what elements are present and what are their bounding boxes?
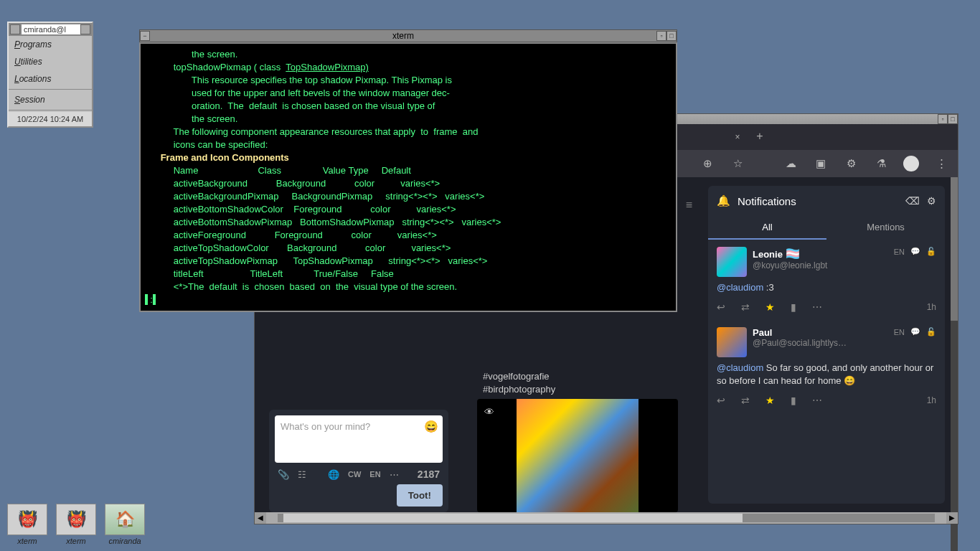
scroll-left-arrow[interactable]: ◀: [255, 512, 266, 524]
feed-post: #vogelfotografie #birdphotography 👁: [477, 367, 678, 512]
daemon-icon: 👹: [56, 504, 96, 535]
xterm-title: xterm: [150, 30, 656, 42]
tab-close-button[interactable]: ×: [732, 132, 743, 142]
notif-display-name: Leonie: [753, 249, 783, 260]
bookmark-button[interactable]: ▮: [791, 301, 796, 313]
menu-item-utilities[interactable]: Utilities: [9, 53, 92, 70]
char-count: 2187: [418, 468, 440, 480]
xterm-menu-button[interactable]: −: [140, 31, 150, 41]
post-hashtags: #vogelfotografie #birdphotography: [477, 367, 678, 399]
tab-all[interactable]: All: [708, 216, 826, 240]
xterm-min-button[interactable]: ▫: [656, 31, 666, 41]
notif-time: 1h: [927, 302, 936, 312]
menu-clock: 10/22/24 10:24 AM: [9, 112, 92, 126]
tab-mentions[interactable]: Mentions: [826, 216, 945, 240]
reply-button[interactable]: ↩: [717, 395, 725, 406]
notification-item[interactable]: Leonie 🏳️‍⚧️ @koyu@leonie.lgbt EN 💬 🔓 @c…: [708, 240, 945, 320]
notif-handle: @Paul@social.lightlys…: [753, 338, 888, 348]
bird-image: [517, 399, 639, 512]
unlock-icon: 🔓: [926, 327, 936, 336]
desktop-icon-xterm[interactable]: 👹 xterm: [53, 504, 99, 545]
notifications-title: Notifications: [738, 195, 898, 207]
home-folder-icon: 🏠: [105, 504, 145, 535]
notif-time: 1h: [927, 395, 936, 405]
new-tab-button[interactable]: +: [753, 130, 767, 144]
compose-box: What's on your mind? 😄 📎 ☷ 🌐 CW EN ⋯ 218…: [269, 410, 448, 512]
compose-textarea[interactable]: What's on your mind? 😄: [275, 415, 443, 463]
bell-icon: 🔔: [717, 194, 730, 207]
daemon-icon: 👹: [7, 504, 47, 535]
boost-button[interactable]: ⇄: [741, 395, 750, 406]
xterm-titlebar[interactable]: − xterm ▫ □: [139, 29, 677, 42]
bookmark-button[interactable]: ▮: [791, 395, 796, 406]
menu-title: cmiranda@l: [22, 24, 80, 34]
desktop-icon-label: cmiranda: [102, 537, 148, 545]
xterm-max-button[interactable]: □: [666, 31, 677, 41]
menu-close-button[interactable]: [10, 24, 20, 34]
desktop-icon-xterm[interactable]: 👹 xterm: [4, 504, 50, 545]
menu-item-session[interactable]: Session: [9, 91, 92, 108]
browser-max-button[interactable]: □: [948, 114, 958, 124]
toot-button[interactable]: Toot!: [397, 484, 443, 507]
mention[interactable]: @claudiom: [717, 362, 763, 373]
vertical-scrollbar[interactable]: [951, 177, 958, 551]
notif-body: @claudiom :3: [717, 281, 936, 294]
lang-badge: EN: [894, 328, 905, 336]
boost-button[interactable]: ⇄: [741, 301, 750, 313]
avatar[interactable]: [717, 327, 747, 357]
clear-icon[interactable]: ⌫: [905, 195, 920, 207]
notifications-panel: 🔔 Notifications ⌫ ⚙ All Mentions Leonie …: [708, 186, 945, 504]
profile-avatar-icon[interactable]: [903, 156, 919, 171]
reply-icon: 💬: [910, 247, 920, 256]
settings-icon[interactable]: ⚙: [927, 195, 936, 207]
menu-item-locations[interactable]: Locations: [9, 70, 92, 88]
visibility-icon[interactable]: 🌐: [328, 469, 339, 480]
desktop-icon-home[interactable]: 🏠 cmiranda: [102, 504, 148, 545]
poll-icon[interactable]: ☷: [298, 469, 306, 480]
notif-handle: @koyu@leonie.lgbt: [753, 260, 888, 270]
reply-button[interactable]: ↩: [717, 301, 725, 313]
menu-item-programs[interactable]: Programs: [9, 36, 92, 53]
lang-badge: EN: [894, 248, 905, 256]
favorite-button[interactable]: ★: [765, 395, 775, 406]
attach-icon[interactable]: 📎: [278, 469, 289, 480]
hashtag[interactable]: #birdphotography: [483, 384, 555, 395]
menu-dots-icon[interactable]: ⋮: [933, 156, 949, 171]
avatar[interactable]: [717, 247, 747, 277]
post-media[interactable]: 👁: [477, 399, 678, 512]
desktop-icon-label: xterm: [53, 537, 99, 545]
scroll-right-arrow[interactable]: ▶: [946, 512, 958, 524]
more-icon[interactable]: ⋯: [390, 469, 399, 480]
emoji-picker-icon[interactable]: 😄: [424, 420, 438, 433]
menu-max-button[interactable]: [80, 24, 90, 34]
menu-titlebar: cmiranda@l: [9, 23, 92, 36]
favorite-button[interactable]: ★: [765, 301, 775, 313]
horizontal-scrollbar[interactable]: ◀ ▶: [255, 512, 958, 524]
compose-placeholder: What's on your mind?: [281, 421, 370, 432]
more-button[interactable]: ⋯: [812, 395, 822, 406]
desktop-icon-label: xterm: [4, 537, 50, 545]
filter-icon[interactable]: ≡: [686, 199, 692, 212]
hashtag[interactable]: #vogelfotografie: [483, 371, 550, 382]
shield-icon[interactable]: ▣: [813, 156, 829, 171]
desktop-menu-panel: cmiranda@l Programs Utilities Locations …: [7, 22, 93, 128]
labs-icon[interactable]: ⚗: [873, 156, 889, 171]
install-icon[interactable]: ⊕: [699, 156, 715, 171]
unlock-icon: 🔓: [926, 247, 936, 256]
more-button[interactable]: ⋯: [812, 301, 822, 313]
cw-toggle[interactable]: CW: [348, 470, 361, 479]
notif-display-name: Paul: [753, 327, 888, 338]
bookmark-star-icon[interactable]: ☆: [730, 156, 745, 171]
notif-body: @claudiom So far so good, and only anoth…: [717, 362, 936, 387]
browser-min-button[interactable]: ▫: [938, 114, 948, 124]
cloud-icon[interactable]: ☁: [783, 156, 798, 171]
mention[interactable]: @claudiom: [717, 282, 763, 293]
lang-toggle[interactable]: EN: [369, 470, 380, 479]
reply-icon: 💬: [910, 327, 920, 336]
notification-item[interactable]: Paul @Paul@social.lightlys… EN 💬 🔓 @clau…: [708, 320, 945, 413]
xterm-window: − xterm ▫ □ the screen. topShadowPixmap …: [139, 29, 677, 312]
hide-media-icon[interactable]: 👁: [484, 406, 494, 418]
xterm-terminal[interactable]: the screen. topShadowPixmap ( class TopS…: [139, 42, 677, 312]
extensions-icon[interactable]: ⚙: [843, 156, 859, 171]
